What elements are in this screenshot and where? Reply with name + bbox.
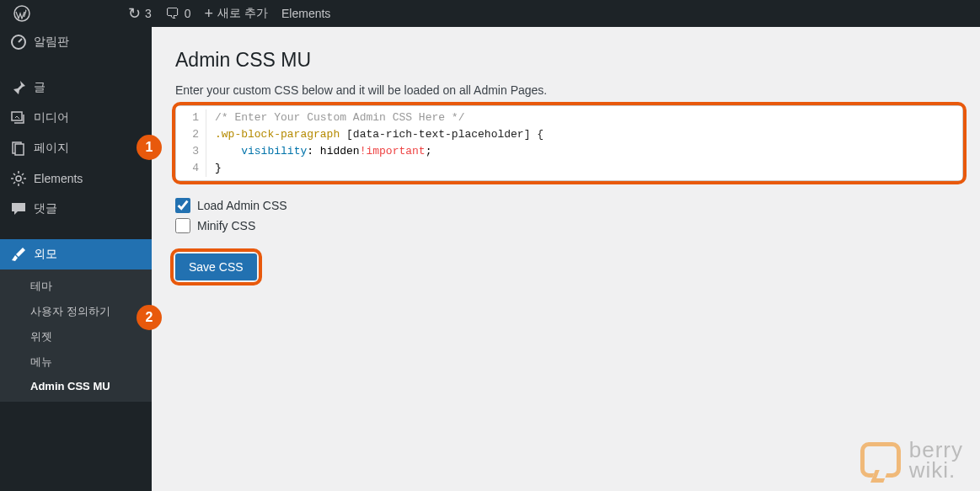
comment-icon	[10, 200, 27, 217]
watermark-text: berry wiki.	[909, 440, 963, 481]
toolbar-elements-label: Elements	[281, 7, 330, 20]
annotation-badge-2: 2	[137, 305, 162, 330]
speech-bubble-icon	[860, 442, 901, 478]
toolbar-elements[interactable]: Elements	[275, 0, 337, 27]
sidebar-item-label: 미디어	[34, 110, 69, 125]
dashboard-icon	[10, 34, 27, 51]
sidebar-item-label: Elements	[34, 172, 83, 185]
load-admin-css-checkbox[interactable]	[175, 198, 190, 213]
wp-logo[interactable]	[7, 0, 37, 27]
sidebar-item-label: 글	[34, 80, 46, 95]
editor-code[interactable]: /* Enter Your Custom Admin CSS Here */.w…	[206, 109, 552, 177]
submenu-widgets[interactable]: 위젯	[0, 324, 152, 350]
css-editor[interactable]: 1234 /* Enter Your Custom Admin CSS Here…	[175, 105, 963, 181]
submenu-admin-css-mu[interactable]: Admin CSS MU	[0, 375, 152, 398]
page-icon	[10, 140, 27, 157]
sidebar-item-label: 페이지	[34, 141, 69, 156]
save-css-button[interactable]: Save CSS	[175, 254, 257, 280]
submenu-themes[interactable]: 테마	[0, 274, 152, 299]
toolbar-new-label: 새로 추가	[217, 6, 268, 21]
minify-css-checkbox[interactable]	[175, 218, 190, 233]
toolbar-comments[interactable]: 🗨 0	[158, 0, 198, 27]
pin-icon	[10, 79, 27, 96]
save-button-wrap: Save CSS	[175, 254, 257, 280]
submenu-customize[interactable]: 사용자 정의하기	[0, 299, 152, 324]
sidebar-item-dashboard[interactable]: 알림판	[0, 27, 152, 57]
sidebar-item-comments[interactable]: 댓글	[0, 194, 152, 224]
toolbar-updates[interactable]: ↻ 3	[121, 0, 158, 27]
main-content: 1 2 Admin CSS MU Enter your custom CSS b…	[152, 27, 980, 491]
sidebar-item-appearance[interactable]: 외모	[0, 239, 152, 270]
page-title: Admin CSS MU	[175, 49, 963, 72]
wordpress-icon	[13, 5, 30, 22]
updates-count: 3	[145, 7, 152, 20]
svg-point-5	[16, 176, 21, 181]
page-description: Enter your custom CSS below and it will …	[175, 83, 963, 97]
sidebar-item-posts[interactable]: 글	[0, 72, 152, 103]
sidebar-item-media[interactable]: 미디어	[0, 103, 152, 133]
watermark: berry wiki.	[860, 440, 963, 481]
admin-sidebar: 알림판 글 미디어 페이지 Elements 댓글 외모 테마 사용자 정의하기…	[0, 27, 152, 491]
load-admin-css-label: Load Admin CSS	[197, 199, 287, 212]
checkbox-row-minify: Minify CSS	[175, 218, 963, 233]
sidebar-item-pages[interactable]: 페이지	[0, 133, 152, 163]
refresh-icon: ↻	[128, 4, 141, 23]
gear-icon	[10, 170, 27, 187]
comment-icon: 🗨	[165, 5, 180, 23]
svg-rect-4	[15, 144, 24, 155]
sidebar-item-label: 알림판	[34, 35, 69, 50]
submenu-menus[interactable]: 메뉴	[0, 350, 152, 375]
plus-icon: +	[205, 5, 214, 23]
checkbox-row-load: Load Admin CSS	[175, 198, 963, 213]
brush-icon	[10, 246, 27, 263]
minify-css-label: Minify CSS	[197, 219, 255, 232]
sidebar-item-elements[interactable]: Elements	[0, 163, 152, 194]
comments-count: 0	[185, 7, 191, 20]
appearance-submenu: 테마 사용자 정의하기 위젯 메뉴 Admin CSS MU	[0, 270, 152, 402]
annotation-badge-1: 1	[137, 135, 162, 160]
admin-toolbar: ↻ 3 🗨 0 + 새로 추가 Elements	[0, 0, 980, 27]
sidebar-item-label: 댓글	[34, 201, 57, 216]
toolbar-new[interactable]: + 새로 추가	[198, 0, 275, 27]
media-icon	[10, 109, 27, 126]
css-editor-wrap: 1234 /* Enter Your Custom Admin CSS Here…	[175, 105, 963, 181]
editor-gutter: 1234	[176, 109, 206, 177]
sidebar-item-label: 외모	[34, 247, 57, 262]
